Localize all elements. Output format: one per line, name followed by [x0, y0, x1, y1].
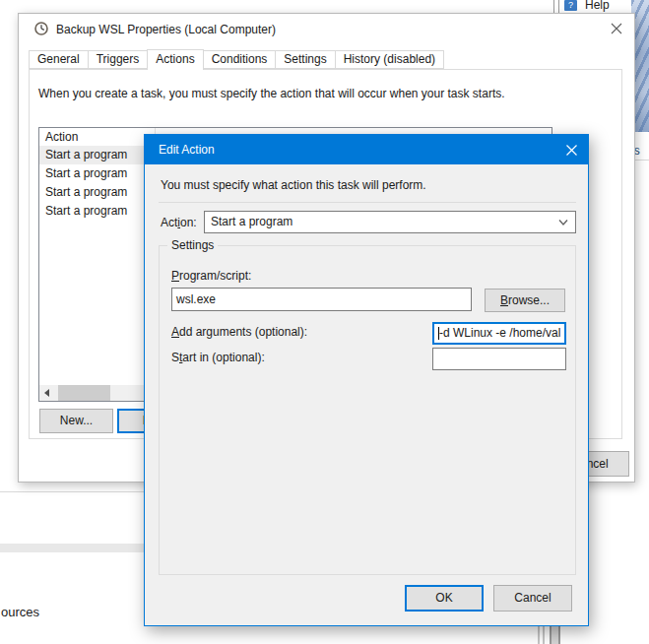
- label-text: on:: [180, 216, 197, 229]
- help-icon[interactable]: ?: [564, 0, 577, 11]
- tab-conditions[interactable]: Conditions: [203, 50, 277, 69]
- background-divider: [0, 491, 145, 492]
- label-text: rogram/script:: [179, 269, 251, 283]
- cancel-button[interactable]: Cancel: [493, 585, 572, 612]
- settings-groupbox: Settings Program/script: wsl.exe Browse.…: [159, 245, 576, 575]
- scrollbar-thumb[interactable]: [58, 385, 110, 401]
- edit-action-title: Edit Action: [159, 143, 215, 157]
- browse-button[interactable]: Browse...: [485, 289, 565, 312]
- actions-description: When you create a task, you must specify…: [38, 87, 615, 100]
- background-text-fragment: ources: [1, 605, 39, 619]
- properties-titlebar[interactable]: Backup WSL Properties (Local Computer): [19, 14, 634, 43]
- tab-strip: General Triggers Actions Conditions Sett…: [29, 48, 444, 69]
- column-header-action[interactable]: Action: [45, 130, 78, 144]
- program-script-label: Program/script:: [171, 269, 251, 283]
- background-scrollbar-line: [543, 626, 545, 644]
- add-arguments-label: Add arguments (optional):: [171, 325, 307, 339]
- tab-general[interactable]: General: [29, 50, 89, 69]
- scroll-left-arrow[interactable]: [39, 385, 56, 401]
- start-in-label: Start in (optional):: [171, 351, 265, 364]
- chevron-down-icon: [558, 219, 568, 226]
- label-text: Act: [161, 216, 177, 229]
- pane-separator-line: [558, 0, 559, 13]
- add-arguments-value: -d WLinux -e /home/val: [439, 324, 560, 343]
- action-label: Action:: [161, 216, 197, 229]
- tab-actions[interactable]: Actions: [147, 49, 203, 70]
- action-type-dropdown[interactable]: Start a program: [204, 211, 576, 233]
- edit-action-titlebar[interactable]: Edit Action: [145, 135, 588, 164]
- ok-button[interactable]: OK: [405, 585, 484, 612]
- background-scrollbar-line: [538, 626, 540, 644]
- background-scrollbar-thumb: [550, 626, 560, 644]
- label-mnemonic: B: [500, 293, 508, 307]
- properties-dialog-title: Backup WSL Properties (Local Computer): [56, 23, 276, 36]
- label-mnemonic: P: [171, 269, 179, 283]
- label-text: rowse...: [508, 293, 550, 307]
- new-action-button[interactable]: New...: [39, 409, 113, 433]
- separator: [159, 202, 576, 203]
- tab-triggers[interactable]: Triggers: [88, 50, 149, 69]
- tab-settings[interactable]: Settings: [275, 50, 335, 69]
- edit-action-body: You must specify what action this task w…: [145, 164, 588, 626]
- label-mnemonic: A: [171, 325, 179, 339]
- action-type-value: Start a program: [211, 215, 292, 228]
- label-text: art in (optional):: [182, 351, 264, 364]
- edit-instruction: You must specify what action this task w…: [161, 178, 426, 192]
- program-script-input[interactable]: wsl.exe: [171, 288, 472, 311]
- left-arrow-icon: [44, 389, 49, 397]
- close-icon[interactable]: [609, 21, 624, 36]
- task-scheduler-clock-icon: [34, 22, 48, 35]
- close-icon[interactable]: [564, 143, 579, 158]
- pane-separator-line: [553, 0, 554, 13]
- help-menu-label[interactable]: Help: [585, 0, 610, 12]
- start-in-input[interactable]: [432, 348, 566, 370]
- add-arguments-input[interactable]: -d WLinux -e /home/val: [432, 322, 566, 345]
- label-text: dd arguments (optional):: [179, 325, 307, 339]
- edit-action-dialog: Edit Action You must specify what action…: [144, 134, 589, 626]
- tab-history[interactable]: History (disabled): [335, 50, 444, 69]
- background-band: [0, 544, 145, 552]
- settings-legend: Settings: [167, 238, 218, 252]
- label-text: S: [171, 351, 179, 364]
